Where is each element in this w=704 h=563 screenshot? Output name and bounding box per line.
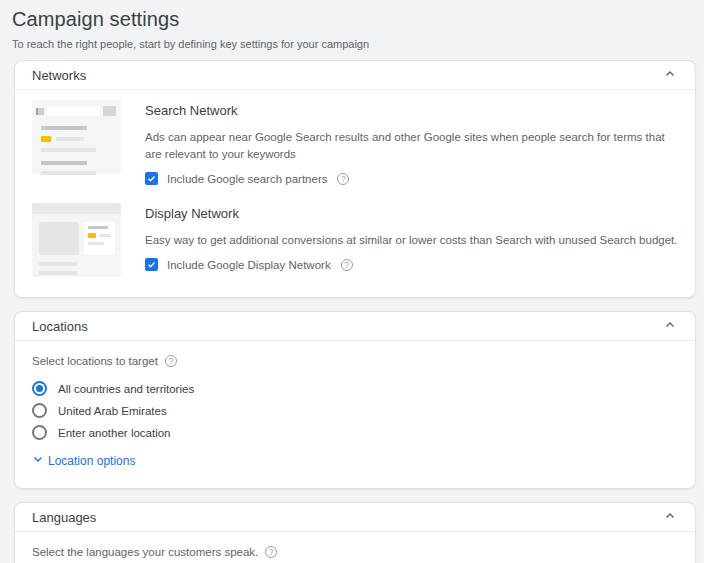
ad-badge-icon — [41, 136, 51, 142]
image-placeholder-icon — [39, 222, 79, 255]
locations-collapse-button[interactable] — [662, 317, 678, 336]
help-icon[interactable] — [337, 173, 349, 185]
help-icon[interactable] — [265, 546, 277, 558]
radio-label: United Arab Emirates — [58, 405, 167, 417]
page-subtitle: To reach the right people, start by defi… — [12, 38, 690, 50]
help-icon[interactable] — [165, 355, 177, 367]
locations-card: Locations Select locations to target All… — [14, 311, 696, 489]
include-display-network-label: Include Google Display Network — [167, 259, 331, 271]
locations-body: Select locations to target All countries… — [15, 341, 695, 488]
radio-option-all-countries[interactable]: All countries and territories — [32, 381, 678, 396]
languages-body: Select the languages your customers spea… — [15, 532, 695, 563]
chevron-up-icon — [664, 510, 676, 525]
chevron-down-icon — [32, 453, 44, 468]
search-network-illustration — [32, 100, 121, 174]
location-options-link[interactable]: Location options — [32, 453, 678, 468]
include-search-partners-checkbox[interactable] — [145, 172, 158, 185]
languages-field-label-row: Select the languages your customers spea… — [32, 546, 678, 558]
display-network-row: Display Network Easy way to get addition… — [32, 203, 678, 277]
search-network-row: Search Network Ads can appear near Googl… — [32, 100, 678, 185]
include-display-network-row[interactable]: Include Google Display Network — [145, 258, 678, 271]
chevron-up-icon — [664, 68, 676, 83]
languages-card-header[interactable]: Languages — [15, 503, 695, 532]
radio-label: Enter another location — [58, 427, 171, 439]
networks-card-header[interactable]: Networks — [15, 61, 695, 90]
display-network-title: Display Network — [145, 206, 678, 221]
mini-search-button-icon — [103, 106, 116, 116]
location-options-link-label: Location options — [48, 454, 135, 468]
page-header: Campaign settings To reach the right peo… — [0, 0, 704, 60]
display-network-illustration — [32, 203, 121, 277]
help-icon[interactable] — [341, 259, 353, 271]
networks-card: Networks — [14, 60, 696, 298]
networks-card-title: Networks — [32, 68, 86, 83]
display-network-description: Easy way to get additional conversions a… — [145, 232, 678, 249]
mini-logo-icon — [36, 108, 44, 115]
radio-button[interactable] — [32, 381, 47, 396]
radio-button[interactable] — [32, 425, 47, 440]
search-network-description: Ads can appear near Google Search result… — [145, 129, 678, 163]
locations-field-label: Select locations to target — [32, 355, 158, 367]
radio-button[interactable] — [32, 403, 47, 418]
locations-card-title: Locations — [32, 319, 88, 334]
radio-option-enter-another-location[interactable]: Enter another location — [32, 425, 678, 440]
ad-badge-icon — [88, 233, 96, 238]
languages-card: Languages Select the languages your cust… — [14, 502, 696, 563]
networks-body: Search Network Ads can appear near Googl… — [15, 90, 695, 297]
include-display-network-checkbox[interactable] — [145, 258, 158, 271]
locations-field-label-row: Select locations to target — [32, 355, 678, 367]
page-title: Campaign settings — [12, 8, 690, 31]
locations-card-header[interactable]: Locations — [15, 312, 695, 341]
include-search-partners-row[interactable]: Include Google search partners — [145, 172, 678, 185]
languages-card-title: Languages — [32, 510, 96, 525]
include-search-partners-label: Include Google search partners — [167, 173, 327, 185]
radio-label: All countries and territories — [58, 383, 194, 395]
networks-collapse-button[interactable] — [662, 66, 678, 85]
radio-option-united-arab-emirates[interactable]: United Arab Emirates — [32, 403, 678, 418]
languages-collapse-button[interactable] — [662, 508, 678, 527]
search-network-title: Search Network — [145, 103, 678, 118]
chevron-up-icon — [664, 319, 676, 334]
languages-field-label: Select the languages your customers spea… — [32, 546, 258, 558]
